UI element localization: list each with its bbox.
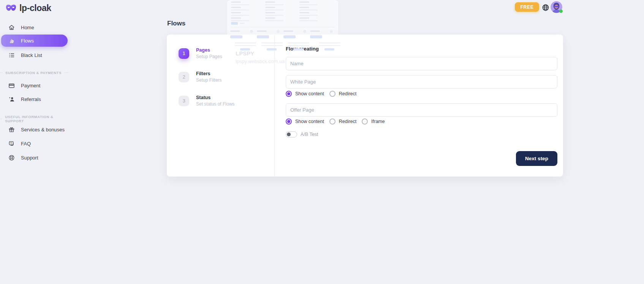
step-sublabel: Set status of Flows	[196, 101, 234, 107]
mask-logo-icon	[6, 4, 16, 12]
wizard-step-pages[interactable]: 1 Pages Setup Pages	[179, 47, 222, 59]
ghost-bar	[299, 4, 318, 5]
sidebar-item-flows[interactable]: Flows	[1, 35, 68, 47]
radio-selected-icon	[286, 118, 292, 125]
sidebar-item-label: Flows	[21, 38, 34, 44]
step-number-badge: 1	[179, 48, 189, 59]
sidebar-item-label: Black List	[21, 52, 42, 58]
ghost-bar	[265, 2, 275, 3]
radio-label: Redirect	[339, 91, 357, 96]
offer-page-iframe-option[interactable]: Iframe	[362, 118, 385, 125]
ghost-bar	[231, 22, 238, 25]
white-page-show-content-option[interactable]: Show content	[286, 91, 324, 97]
svg-text:?!: ?!	[10, 142, 12, 144]
step-number-badge: 3	[179, 96, 189, 106]
sidebar-section-subscription: SUBSCRIPTION & PAYMENTS	[0, 71, 68, 75]
brand-name: lp-cloak	[19, 3, 51, 13]
sidebar-item-faq[interactable]: ?! FAQ	[0, 138, 68, 149]
ghost-bar	[299, 15, 318, 16]
ghost-bar	[231, 15, 249, 16]
toggle-knob	[287, 133, 291, 136]
sidebar-section-support: USEFUL INFORMATION & SUPPORT	[0, 115, 68, 123]
sidebar-item-label: Referrals	[21, 96, 41, 102]
ghost-bar	[299, 12, 309, 13]
flow-name-input[interactable]	[286, 57, 557, 70]
offer-page-input[interactable]	[286, 103, 557, 117]
white-page-input[interactable]	[286, 75, 557, 88]
ab-test-toggle[interactable]	[286, 131, 297, 137]
sidebar-item-black-list[interactable]: Black List	[0, 50, 68, 60]
sidebar: Home Flows Black List SUBSCRIPTION & PAY…	[0, 0, 68, 284]
radio-unselected-icon	[329, 91, 335, 97]
ghost-bar	[299, 17, 309, 19]
ghost-bar	[299, 7, 309, 8]
sidebar-item-services[interactable]: Services & bonuses	[0, 124, 68, 135]
ghost-bar	[231, 2, 241, 3]
card-divider	[274, 35, 275, 177]
brand-logo[interactable]: lp-cloak	[6, 3, 51, 13]
ghost-bar	[230, 30, 240, 32]
payment-card-icon	[8, 82, 15, 89]
ghost-bar	[330, 30, 333, 33]
step-sublabel: Setup Filters	[196, 77, 222, 83]
form-title: Flow creating	[286, 46, 319, 52]
sidebar-item-label: Support	[21, 155, 38, 161]
sidebar-item-label: Home	[21, 25, 34, 30]
radio-label: Iframe	[371, 119, 385, 124]
ghost-bar	[303, 30, 306, 33]
ghost-bar	[283, 30, 293, 32]
sidebar-item-support[interactable]: Support	[0, 152, 68, 163]
page-title: Flows	[167, 20, 185, 27]
sidebar-item-referrals[interactable]: Referrals	[0, 94, 68, 104]
ghost-bar	[265, 4, 283, 5]
sidebar-section-title: SUBSCRIPTION & PAYMENTS	[5, 71, 62, 75]
ghost-bar	[299, 20, 318, 21]
ghost-bar	[265, 12, 275, 13]
next-step-button[interactable]: Next step	[516, 151, 557, 166]
white-page-redirect-option[interactable]: Redirect	[329, 91, 357, 97]
ghost-bar	[231, 17, 241, 19]
radio-selected-icon	[286, 91, 292, 97]
radio-label: Show content	[295, 119, 324, 124]
plan-badge[interactable]: FREE	[515, 2, 539, 12]
ghost-bar	[240, 23, 245, 24]
white-page-mode-group: Show content Redirect	[286, 91, 356, 97]
language-globe-icon[interactable]	[542, 4, 549, 11]
wizard-step-filters[interactable]: 2 Filters Setup Filters	[179, 71, 222, 83]
home-icon	[8, 24, 15, 31]
step-sublabel: Setup Pages	[196, 54, 222, 59]
flow-creating-card: 1 Pages Setup Pages 2 Filters Setup Filt…	[167, 35, 563, 177]
step-number-badge: 2	[179, 72, 189, 82]
ab-test-row: A/B Test	[286, 131, 318, 137]
radio-label: Redirect	[339, 119, 357, 124]
ghost-bar	[231, 7, 241, 8]
radio-unselected-icon	[362, 118, 368, 125]
step-label: Pages	[196, 47, 222, 53]
sidebar-item-payment[interactable]: Payment	[0, 80, 68, 91]
blacklist-icon	[8, 52, 15, 58]
radio-label: Show content	[295, 91, 324, 96]
ghost-bar	[265, 20, 283, 21]
sidebar-item-home[interactable]: Home	[0, 22, 68, 33]
ghost-bar	[231, 20, 249, 21]
offer-page-mode-group: Show content Redirect Iframe	[286, 118, 385, 125]
wizard-step-status[interactable]: 3 Status Set status of Flows	[179, 95, 234, 107]
flows-icon	[8, 37, 15, 44]
step-label: Filters	[196, 71, 222, 77]
sidebar-item-label: FAQ	[21, 141, 31, 147]
radio-unselected-icon	[329, 118, 335, 125]
ghost-bar	[265, 7, 275, 8]
sidebar-item-label: Payment	[21, 83, 40, 88]
online-status-dot	[559, 9, 563, 13]
step-label: Status	[196, 95, 234, 101]
ab-test-label: A/B Test	[301, 132, 318, 137]
offer-page-show-content-option[interactable]: Show content	[286, 118, 324, 125]
ghost-bar	[265, 17, 275, 19]
ghost-bar	[231, 4, 249, 5]
offer-page-redirect-option[interactable]: Redirect	[329, 118, 357, 125]
user-avatar[interactable]	[551, 1, 562, 13]
ghost-bar	[265, 9, 283, 11]
sidebar-item-label: Services & bonuses	[21, 127, 65, 133]
ghost-bar	[277, 30, 280, 33]
lifebuoy-icon	[8, 154, 15, 161]
